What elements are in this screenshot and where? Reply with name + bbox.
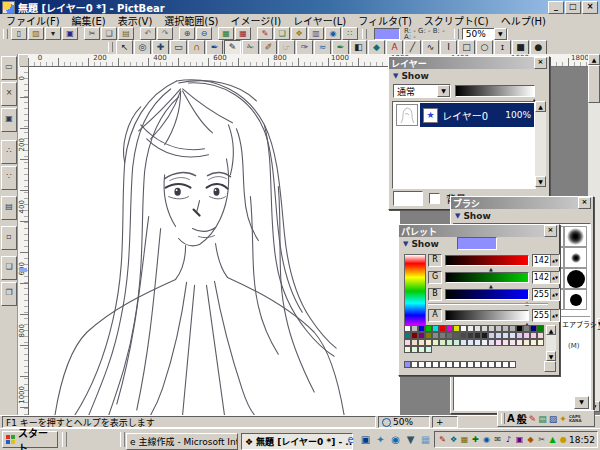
tray-health-icon[interactable]: ✚ xyxy=(470,435,481,444)
close-toggle[interactable]: × xyxy=(1,82,17,106)
custom-color-swatch[interactable] xyxy=(495,361,502,368)
gradient-tool[interactable]: ◧ xyxy=(350,40,367,55)
color-swatch[interactable] xyxy=(495,325,502,332)
paste-button[interactable]: ▤ xyxy=(118,27,134,40)
color-swatch[interactable] xyxy=(530,325,537,332)
color-swatch[interactable] xyxy=(495,339,502,346)
zoom-out-button[interactable]: ⊖ xyxy=(196,27,212,40)
box-toggle[interactable]: ▣ xyxy=(1,108,17,132)
color-swatch[interactable] xyxy=(488,339,495,346)
custom-color-swatch[interactable] xyxy=(418,361,425,368)
chevron-down-icon[interactable]: ▼ xyxy=(437,85,450,97)
channel-spinner[interactable]: 255 ▲▼ xyxy=(532,288,560,301)
color-swatch[interactable] xyxy=(439,339,446,346)
ime-input-mode[interactable]: A xyxy=(507,413,515,424)
finger-tool[interactable]: ☞ xyxy=(278,40,295,55)
custom-color-swatch[interactable] xyxy=(502,361,509,368)
color-swatch[interactable] xyxy=(509,339,516,346)
ime-pen-icon[interactable]: ✎ xyxy=(529,414,537,424)
layers-toggle[interactable]: ▤ xyxy=(1,196,17,220)
color-swatch[interactable] xyxy=(432,332,439,339)
menu-item[interactable]: イメージ(I) xyxy=(225,13,288,28)
toolbar-grip[interactable] xyxy=(454,29,459,39)
scroll-up-icon[interactable]: ▲ xyxy=(546,325,556,335)
spinner-arrows-icon[interactable]: ▲▼ xyxy=(550,310,559,321)
pen-settings-button[interactable]: ✎ xyxy=(257,27,273,40)
color-swatch[interactable] xyxy=(460,339,467,346)
color-swatch[interactable] xyxy=(432,339,439,346)
blend-mode-select[interactable]: 通常 ▼ xyxy=(393,84,451,98)
menu-item[interactable]: 表示(V) xyxy=(112,13,159,28)
custom-color-swatch[interactable] xyxy=(439,361,446,368)
text-tool[interactable]: A xyxy=(386,40,403,55)
copy-button[interactable]: ❏ xyxy=(101,27,117,40)
eraser-tool[interactable]: ✁ xyxy=(242,40,259,55)
marquee-toggle[interactable]: ▭ xyxy=(1,56,17,80)
channel-slider[interactable]: ▲ xyxy=(445,310,529,321)
current-color-swatch[interactable] xyxy=(374,28,400,40)
fill-tool[interactable]: ◆ xyxy=(368,40,385,55)
tray-tool-icon[interactable]: ❖ xyxy=(448,435,459,444)
color-swatch[interactable] xyxy=(467,339,474,346)
filled-ibeam-tool[interactable]: ɪ xyxy=(494,40,511,55)
custom-color-swatch[interactable] xyxy=(474,361,481,368)
pen-tool[interactable]: ✐ xyxy=(260,40,277,55)
color-swatch[interactable] xyxy=(467,325,474,332)
color-swatch[interactable] xyxy=(446,339,453,346)
taskbar-grip[interactable] xyxy=(120,432,125,447)
marquee-tool[interactable]: ▭ xyxy=(170,40,187,55)
color-swatch[interactable] xyxy=(460,325,467,332)
brush-dropdown-icon[interactable]: ▼ xyxy=(574,396,589,409)
color-swatch[interactable] xyxy=(488,325,495,332)
layer-thumbnail[interactable] xyxy=(396,104,418,126)
canvas[interactable] xyxy=(28,66,400,415)
layer-name[interactable]: レイヤー0 xyxy=(442,108,501,123)
tray-net-icon[interactable]: ◉ xyxy=(481,435,492,444)
color-swatch[interactable] xyxy=(453,325,460,332)
custom-color-swatch[interactable] xyxy=(404,361,411,368)
color-swatch[interactable] xyxy=(523,332,530,339)
color-swatch[interactable] xyxy=(509,325,516,332)
ime-dict-icon[interactable]: ▨ xyxy=(549,414,558,424)
color-swatch[interactable] xyxy=(530,332,537,339)
quicklaunch-desktop-icon[interactable]: ▣ xyxy=(359,432,372,447)
channel-spinner[interactable]: 142 ▲▼ xyxy=(532,254,560,267)
color-swatch[interactable] xyxy=(460,332,467,339)
close-icon[interactable]: × xyxy=(578,197,591,209)
channel-slider[interactable]: ▲ xyxy=(445,272,529,283)
color-swatch[interactable] xyxy=(404,325,411,332)
opacity-slider[interactable]: ▲ xyxy=(455,85,535,97)
save-button[interactable]: ▣ xyxy=(62,27,78,40)
color-swatch[interactable] xyxy=(432,325,439,332)
channel-slider[interactable]: ▲ xyxy=(445,289,529,300)
chevron-down-icon[interactable]: ▼ xyxy=(494,28,507,40)
layers-show-toggle[interactable]: ▼ Show xyxy=(389,69,549,82)
task-button[interactable]: ❖無題 [レイヤー0 *] - ... xyxy=(241,433,353,450)
layer-list-scrollbar[interactable]: ▲ ▼ xyxy=(535,101,546,187)
rect-tool[interactable]: □ xyxy=(458,40,475,55)
tray-grid-icon[interactable]: ▦ xyxy=(459,435,470,444)
menu-item[interactable]: ヘルプ(H) xyxy=(495,13,552,28)
tray-clip-icon[interactable]: ✂ xyxy=(536,435,547,444)
palette-current-color[interactable] xyxy=(457,237,497,250)
close-icon[interactable]: × xyxy=(544,225,557,237)
color-swatch[interactable] xyxy=(474,339,481,346)
palette-show-toggle[interactable]: ▼ Show xyxy=(399,237,559,250)
color-swatch[interactable] xyxy=(411,332,418,339)
custom-color-swatch[interactable] xyxy=(411,361,418,368)
quicklaunch-app2-icon[interactable]: ▼ xyxy=(404,432,417,447)
eyedropper-tool[interactable]: ✒ xyxy=(206,40,223,55)
batch-button[interactable]: ∷ xyxy=(342,27,358,40)
color-swatch[interactable] xyxy=(537,339,544,346)
zoom-tool[interactable]: ◎ xyxy=(134,40,151,55)
color-swatch[interactable] xyxy=(453,339,460,346)
color-swatch[interactable] xyxy=(481,339,488,346)
start-button[interactable]: スタート xyxy=(2,431,58,448)
tray-sound-icon[interactable]: ♪ xyxy=(503,435,514,444)
channel-spinner[interactable]: 142 ▲▼ xyxy=(532,271,560,284)
airbrush-tool[interactable]: ≈ xyxy=(314,40,331,55)
brush-hard-small-2[interactable] xyxy=(564,289,587,310)
close-button[interactable]: × xyxy=(582,1,598,14)
custom-color-swatch[interactable] xyxy=(446,361,453,368)
quicklaunch-ie-icon[interactable]: e xyxy=(344,432,357,447)
